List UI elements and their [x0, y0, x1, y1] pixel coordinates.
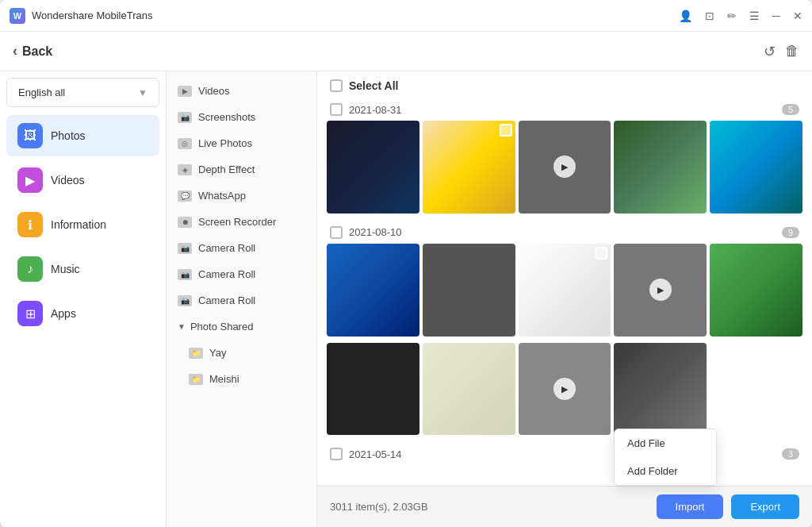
- sidebar-information-label: Information: [51, 218, 106, 231]
- information-icon: ℹ: [17, 212, 43, 237]
- close-button[interactable]: ✕: [793, 10, 802, 22]
- play-icon[interactable]: ▶: [649, 279, 672, 301]
- photo-cell[interactable]: [519, 244, 611, 337]
- panel-right: Select All 2021-08-31 5 ▶: [317, 71, 812, 527]
- photo-cell[interactable]: [614, 121, 707, 213]
- panel-item-live-photos[interactable]: ◎ Live Photos: [167, 130, 316, 156]
- date-row-3: 2021-05-14 3: [327, 441, 802, 465]
- sidebar-item-information[interactable]: ℹ Information: [6, 204, 159, 245]
- sidebar-item-apps[interactable]: ⊞ Apps: [6, 293, 159, 334]
- sub-header-actions: ↺ 🗑: [764, 43, 799, 60]
- music-icon: ♪: [17, 256, 43, 282]
- undo-icon[interactable]: ↺: [764, 43, 776, 60]
- select-all-checkbox[interactable]: [330, 79, 343, 92]
- play-icon[interactable]: ▶: [553, 378, 576, 400]
- camera-roll-3-panel-icon: 📷: [178, 295, 192, 306]
- trash-icon[interactable]: 🗑: [785, 43, 799, 60]
- sidebar-left: English all ▼ 🖼 Photos ▶ Videos ℹ Inform…: [0, 71, 167, 527]
- photo-cell[interactable]: [423, 244, 515, 337]
- panel-camera-roll-2-label: Camera Roll: [198, 268, 255, 280]
- app-icon: W: [10, 8, 25, 24]
- photo-cell[interactable]: [327, 244, 419, 337]
- photo-cell[interactable]: [614, 343, 707, 436]
- panel-item-camera-roll-1[interactable]: 📷 Camera Roll: [167, 235, 316, 261]
- date-checkbox-3[interactable]: [330, 448, 343, 460]
- photo-cell[interactable]: [327, 121, 419, 213]
- sidebar-photos-label: Photos: [51, 129, 86, 142]
- item-count: 3011 item(s), 2.03GB: [330, 501, 428, 513]
- panel-photo-shared-label: Photo Shared: [190, 321, 254, 333]
- profile-icon[interactable]: 👤: [679, 10, 692, 22]
- photo-cell[interactable]: ▶: [519, 343, 611, 436]
- photo-cell[interactable]: ▶: [519, 121, 611, 213]
- photo-select-check[interactable]: [500, 124, 512, 137]
- panel-item-screen-recorder[interactable]: ⏺ Screen Recorder: [167, 209, 316, 235]
- camera-roll-2-panel-icon: 📷: [178, 269, 192, 280]
- panel-item-camera-roll-3[interactable]: 📷 Camera Roll: [167, 287, 316, 314]
- date-label-1: 2021-08-31: [349, 104, 402, 116]
- date-row-2: 2021-08-10 9: [327, 220, 802, 244]
- panel-item-yay[interactable]: 📁 Yay: [167, 340, 316, 366]
- camera-roll-1-panel-icon: 📷: [178, 243, 192, 254]
- add-dropdown-menu: Add File Add Folder: [614, 429, 717, 486]
- select-all-label: Select All: [349, 79, 399, 92]
- edit-icon[interactable]: ✏: [727, 10, 737, 22]
- panel-mid: ▶ Videos 📷 Screenshots ◎ Live Photos ◈ D…: [167, 71, 317, 527]
- apps-icon: ⊞: [17, 301, 43, 326]
- photos-icon: 🖼: [17, 123, 43, 148]
- photo-grid-2b: ▶: [327, 343, 802, 436]
- panel-screenshots-label: Screenshots: [198, 111, 255, 123]
- date-checkbox-2[interactable]: [330, 226, 343, 239]
- panel-item-photo-shared[interactable]: ▼ Photo Shared: [167, 314, 316, 340]
- depth-effect-panel-icon: ◈: [178, 164, 192, 175]
- back-button[interactable]: ‹ Back: [13, 43, 52, 60]
- add-file-item[interactable]: Add File: [615, 429, 716, 457]
- panel-item-camera-roll-2[interactable]: 📷 Camera Roll: [167, 261, 316, 287]
- photo-select-check[interactable]: [595, 247, 607, 260]
- photo-grid-1: ▶: [327, 121, 802, 213]
- panel-item-whatsapp[interactable]: 💬 WhatsApp: [167, 183, 316, 209]
- panel-meishi-label: Meishi: [209, 373, 239, 385]
- live-photos-panel-icon: ◎: [178, 138, 192, 149]
- panel-depth-effect-label: Depth Effect: [198, 163, 255, 175]
- panel-item-depth-effect[interactable]: ◈ Depth Effect: [167, 156, 316, 183]
- bottom-actions: Import Export: [657, 494, 799, 519]
- export-button[interactable]: Export: [731, 494, 799, 519]
- date-label-2: 2021-08-10: [349, 226, 402, 238]
- sidebar-item-videos[interactable]: ▶ Videos: [6, 160, 159, 201]
- play-icon[interactable]: ▶: [553, 156, 576, 178]
- sidebar-item-music[interactable]: ♪ Music: [6, 248, 159, 290]
- photo-cell[interactable]: [710, 244, 802, 337]
- window-icon[interactable]: ⊡: [705, 10, 714, 22]
- panel-item-screenshots[interactable]: 📷 Screenshots: [167, 104, 316, 130]
- panel-item-videos[interactable]: ▶ Videos: [167, 78, 316, 104]
- sidebar-item-photos[interactable]: 🖼 Photos: [6, 115, 159, 156]
- language-label: English all: [18, 87, 65, 98]
- sidebar-apps-label: Apps: [51, 307, 76, 320]
- sidebar-videos-label: Videos: [51, 174, 85, 187]
- main-content: English all ▼ 🖼 Photos ▶ Videos ℹ Inform…: [0, 71, 812, 527]
- add-folder-item[interactable]: Add Folder: [615, 457, 716, 485]
- panel-live-photos-label: Live Photos: [198, 137, 252, 149]
- date-count-3: 3: [782, 448, 799, 460]
- sub-header: ‹ Back ↺ 🗑: [0, 32, 812, 71]
- minimize-button[interactable]: ─: [772, 10, 780, 22]
- photo-cell[interactable]: [710, 121, 802, 213]
- language-dropdown[interactable]: English all ▼: [6, 78, 159, 107]
- photo-cell[interactable]: [423, 343, 515, 436]
- photo-cell-empty: [710, 343, 802, 436]
- import-button[interactable]: Import: [657, 494, 724, 519]
- panel-yay-label: Yay: [209, 347, 226, 359]
- panel-item-meishi[interactable]: 📁 Meishi: [167, 366, 316, 392]
- app-title: Wondershare MobileTrans: [32, 10, 679, 21]
- date-label-3: 2021-05-14: [349, 448, 402, 460]
- sidebar-music-label: Music: [51, 263, 80, 275]
- whatsapp-panel-icon: 💬: [178, 190, 192, 202]
- back-arrow-icon: ‹: [13, 43, 17, 60]
- photo-cell[interactable]: [423, 121, 515, 213]
- date-checkbox-1[interactable]: [330, 103, 343, 116]
- photo-cell[interactable]: ▶: [614, 244, 707, 337]
- bottom-bar: 3011 item(s), 2.03GB Import Export Add F…: [317, 486, 812, 527]
- menu-icon[interactable]: ☰: [749, 10, 760, 22]
- photo-cell[interactable]: [327, 343, 419, 436]
